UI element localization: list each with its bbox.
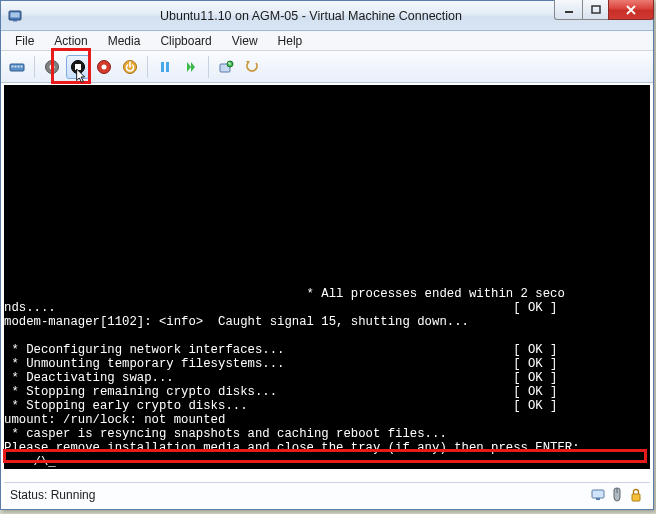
svg-rect-3 xyxy=(565,11,573,13)
reset-button[interactable] xyxy=(179,55,203,79)
lock-icon[interactable] xyxy=(628,487,644,503)
toolbar-separator xyxy=(208,56,209,78)
revert-button[interactable] xyxy=(240,55,264,79)
svg-rect-24 xyxy=(592,490,604,498)
window-controls xyxy=(554,0,654,20)
svg-marker-23 xyxy=(246,61,250,64)
menu-clipboard[interactable]: Clipboard xyxy=(150,32,221,50)
start-button[interactable] xyxy=(40,55,64,79)
maximize-button[interactable] xyxy=(582,0,608,20)
snapshot-button[interactable] xyxy=(214,55,238,79)
menu-view[interactable]: View xyxy=(222,32,268,50)
minimize-button[interactable] xyxy=(554,0,582,20)
toolbar-separator xyxy=(147,56,148,78)
svg-rect-17 xyxy=(161,62,164,72)
pause-button[interactable] xyxy=(153,55,177,79)
toolbar xyxy=(1,51,653,83)
svg-rect-1 xyxy=(11,12,20,17)
svg-marker-20 xyxy=(191,62,195,72)
svg-rect-6 xyxy=(12,65,14,67)
svg-rect-9 xyxy=(21,65,23,67)
menu-media[interactable]: Media xyxy=(98,32,151,50)
save-button[interactable] xyxy=(118,55,142,79)
svg-rect-18 xyxy=(166,62,169,72)
svg-rect-2 xyxy=(13,20,17,22)
menu-help[interactable]: Help xyxy=(268,32,313,50)
svg-point-11 xyxy=(50,64,55,69)
ctrl-alt-del-button[interactable] xyxy=(5,55,29,79)
svg-rect-4 xyxy=(592,6,600,13)
close-button[interactable] xyxy=(608,0,654,20)
titlebar[interactable]: Ubuntu11.10 on AGM-05 - Virtual Machine … xyxy=(1,1,653,31)
shutdown-button[interactable] xyxy=(92,55,116,79)
status-label: Status: Running xyxy=(10,488,95,502)
svg-rect-13 xyxy=(75,64,81,70)
mouse-icon[interactable] xyxy=(609,487,625,503)
svg-point-15 xyxy=(102,64,107,69)
console-output: * All processes ended within 2 seco nds.… xyxy=(4,287,650,469)
svg-rect-8 xyxy=(18,65,20,67)
menu-file[interactable]: File xyxy=(5,32,44,50)
app-icon xyxy=(7,8,23,24)
display-icon[interactable] xyxy=(590,487,606,503)
svg-marker-19 xyxy=(187,62,191,72)
svg-rect-7 xyxy=(15,65,17,67)
svg-rect-25 xyxy=(596,498,600,500)
statusbar: Status: Running xyxy=(4,482,650,506)
svg-rect-27 xyxy=(632,494,640,501)
vm-window: Ubuntu11.10 on AGM-05 - Virtual Machine … xyxy=(0,0,654,510)
vm-console[interactable]: * All processes ended within 2 seco nds.… xyxy=(4,85,650,469)
menubar: File Action Media Clipboard View Help xyxy=(1,31,653,51)
menu-action[interactable]: Action xyxy=(44,32,97,50)
turn-off-button[interactable] xyxy=(66,55,90,79)
toolbar-separator xyxy=(34,56,35,78)
